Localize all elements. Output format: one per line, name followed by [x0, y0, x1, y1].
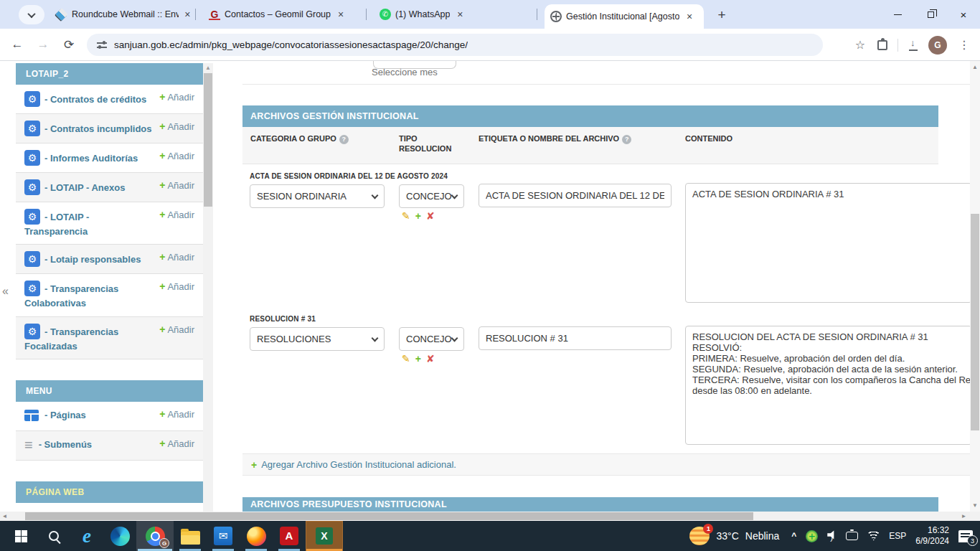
forward-button[interactable]: →	[34, 37, 52, 52]
help-icon[interactable]: ?	[622, 135, 631, 144]
sidebar-item-pagina-web-partial[interactable]: +Añadir	[16, 503, 203, 512]
vertical-scrollbar-thumb[interactable]	[971, 214, 979, 430]
sidebar-item-label[interactable]: - Lotaip responsables	[44, 254, 141, 265]
start-button[interactable]	[4, 521, 37, 551]
etiqueta-input[interactable]	[479, 184, 672, 207]
add-link[interactable]: +Añadir	[159, 209, 194, 220]
taskbar-clock[interactable]: 16:32 6/9/2024	[915, 525, 949, 547]
contenido-textarea[interactable]: ACTA DE SESION ORDINARIA # 31	[685, 183, 972, 303]
add-link[interactable]: +Añadir	[159, 150, 194, 161]
sidebar-item-lotaip-transparencia[interactable]: ⚙- LOTAIP - Transparencia +Añadir	[16, 202, 203, 245]
tab-geomil[interactable]: G Contactos – Geomil Group ×	[203, 0, 358, 29]
minimize-button[interactable]	[881, 0, 914, 29]
contenido-textarea[interactable]: RESOLUCION DEL ACTA DE SESION ORDINARIA …	[685, 326, 972, 445]
sidebar-item-lotaip-anexos[interactable]: ⚙- LOTAIP - Anexos +Añadir	[16, 173, 203, 202]
sidebar-item-lotaip-responsables[interactable]: ⚙- Lotaip responsables +Añadir	[16, 245, 203, 274]
downloads-icon[interactable]	[908, 40, 918, 50]
tab-whatsapp[interactable]: ✆ (1) WhatsApp ×	[374, 0, 529, 29]
url-text[interactable]: sanjuan.gob.ec/admin/pkg_webpage/convoca…	[114, 39, 468, 50]
add-archivo-link[interactable]: + Agregar Archivo Gestión Institucional …	[242, 453, 970, 476]
volume-control[interactable]: )	[827, 529, 837, 542]
add-link[interactable]: +Añadir	[159, 251, 194, 263]
sidebar-item-contratos-incumplidos[interactable]: ⚙- Contratos incumplidos +Añadir	[16, 114, 203, 143]
taskbar-acrobat-button[interactable]: A	[273, 521, 306, 551]
taskbar-search-button[interactable]	[37, 521, 70, 551]
add-link[interactable]: +Añadir	[159, 438, 194, 449]
add-link[interactable]: +Añadir	[159, 324, 194, 335]
add-link[interactable]: +Añadir	[159, 91, 194, 103]
sidebar-item-submenus[interactable]: ≡- Submenús +Añadir	[16, 431, 203, 461]
reload-button[interactable]: ⟳	[60, 37, 77, 52]
categoria-select[interactable]: SESION ORDINARIA	[250, 184, 385, 208]
close-button[interactable]: ×	[947, 0, 980, 29]
edit-pencil-icon[interactable]: ✎	[402, 353, 410, 364]
scroll-right-icon[interactable]: ►	[959, 512, 969, 521]
taskbar-edge-button[interactable]	[103, 521, 136, 551]
delete-x-icon[interactable]: ✘	[426, 353, 435, 364]
tab-roundcube[interactable]: Roundcube Webmail :: Enviados ×	[50, 0, 198, 29]
add-plus-icon[interactable]: +	[415, 353, 421, 364]
sidebar-scrollbar[interactable]: ▲	[203, 63, 213, 512]
scroll-left-icon[interactable]: ◄	[0, 512, 9, 521]
taskbar-excel-button[interactable]: X	[306, 521, 343, 551]
delete-x-icon[interactable]: ✘	[426, 210, 435, 222]
wifi-icon[interactable]	[867, 532, 880, 541]
sidebar-item-informes-auditorias[interactable]: ⚙- Informes Auditorías +Añadir	[16, 143, 203, 173]
tab-search-button[interactable]	[19, 5, 44, 24]
bookmark-star-icon[interactable]: ☆	[853, 38, 867, 52]
sidebar-item-label[interactable]: - Contratos incumplidos	[44, 123, 152, 134]
sidebar-item-label[interactable]: - Contratos de créditos	[44, 94, 146, 105]
scroll-up-icon[interactable]: ▲	[203, 63, 213, 72]
sidebar-item-label[interactable]: - Submenús	[39, 439, 92, 450]
site-settings-icon[interactable]	[97, 41, 107, 50]
horizontal-scrollbar-thumb[interactable]	[25, 512, 753, 520]
sidebar-item-transparencias-colaborativas[interactable]: ⚙- Transparencias Colaborativas +Añadir	[16, 274, 203, 316]
add-link[interactable]: +Añadir	[159, 179, 194, 191]
tab-close-icon[interactable]: ×	[335, 9, 347, 20]
menu-kebab-icon[interactable]: ⋮	[957, 38, 971, 52]
new-tab-button[interactable]: +	[712, 6, 731, 24]
tab-close-icon[interactable]: ×	[183, 9, 192, 20]
tab-gestion-active[interactable]: Gestión Institucional [Agosto-20 ×	[545, 4, 704, 29]
sidebar-item-label[interactable]: - Informes Auditorías	[44, 153, 138, 164]
back-button[interactable]: ←	[9, 37, 26, 52]
sidebar-scrollbar-thumb[interactable]	[204, 73, 212, 207]
add-link[interactable]: +Añadir	[159, 281, 194, 292]
sidebar-item-paginas[interactable]: - Páginas +Añadir	[16, 402, 203, 431]
sidebar-item-label[interactable]: - Páginas	[44, 410, 86, 420]
tab-close-icon[interactable]: ×	[684, 11, 695, 22]
scroll-down-icon[interactable]: ▼	[970, 501, 980, 510]
help-icon[interactable]: ?	[339, 135, 349, 144]
taskbar-explorer-button[interactable]	[174, 521, 207, 551]
taskbar-ie-button[interactable]: e	[70, 521, 103, 551]
sidebar-item-contratos-creditos[interactable]: ⚙- Contratos de créditos +Añadir	[16, 85, 203, 114]
page-horizontal-scrollbar[interactable]: ◄ ►	[0, 512, 970, 521]
restore-button[interactable]	[914, 0, 947, 29]
tray-expand-icon[interactable]: ^	[791, 531, 796, 541]
edit-pencil-icon[interactable]: ✎	[402, 210, 410, 222]
tab-close-icon[interactable]: ×	[454, 9, 466, 20]
cast-screen-icon[interactable]	[846, 532, 858, 540]
profile-avatar[interactable]: G	[928, 36, 947, 55]
tipo-select[interactable]: CONCEJO	[399, 327, 464, 351]
antivirus-icon[interactable]: +	[806, 530, 818, 542]
add-plus-icon[interactable]: +	[415, 210, 421, 222]
taskbar-firefox-button[interactable]	[240, 521, 273, 551]
etiqueta-input[interactable]	[479, 326, 672, 350]
add-link[interactable]: +Añadir	[159, 121, 194, 132]
notification-center-icon[interactable]: 3	[958, 530, 973, 542]
sidebar-item-label[interactable]: - LOTAIP - Anexos	[44, 182, 125, 193]
taskbar-mail-button[interactable]: ✉	[207, 521, 240, 551]
add-link[interactable]: +Añadir	[159, 408, 194, 420]
language-indicator[interactable]: ESP	[889, 531, 906, 541]
address-bar[interactable]: sanjuan.gob.ec/admin/pkg_webpage/convoca…	[87, 34, 823, 56]
sidebar-item-transparencias-focalizadas[interactable]: ⚙- Transparencias Focalizadas +Añadir	[16, 317, 203, 359]
collapse-sidebar-icon[interactable]: «	[2, 285, 9, 298]
weather-widget[interactable]: 1 33°C Neblina	[689, 527, 779, 545]
tipo-select[interactable]: CONCEJO	[399, 184, 464, 208]
page-vertical-scrollbar[interactable]: ▲ ▼	[970, 61, 980, 512]
extensions-icon[interactable]	[877, 40, 887, 50]
scroll-up-icon[interactable]: ▲	[970, 62, 980, 72]
categoria-select[interactable]: RESOLUCIONES	[250, 327, 385, 351]
taskbar-chrome-button[interactable]: G	[136, 521, 174, 551]
